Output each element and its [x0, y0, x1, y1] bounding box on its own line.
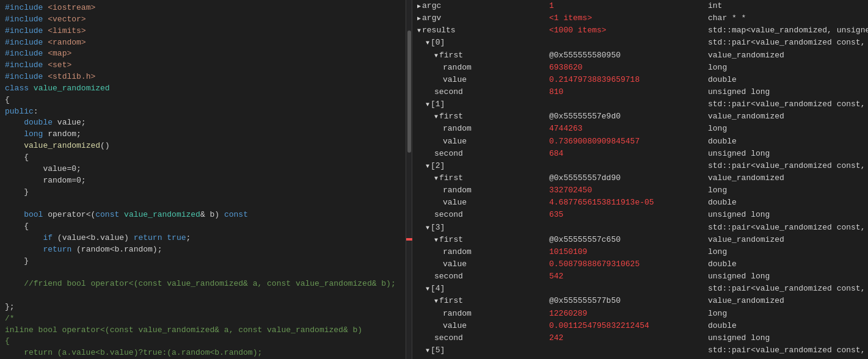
variable-row[interactable]: first@0x55555557c650value_randomized	[412, 234, 868, 246]
code-line: {	[0, 221, 406, 233]
var-value: 1	[549, 0, 708, 12]
var-name: first	[415, 357, 549, 359]
var-value: 542	[549, 270, 708, 283]
variable-row[interactable]: first@0x55555557e9d0value_randomized	[412, 111, 868, 123]
var-value: 0.0011254795832212454	[549, 320, 708, 332]
code-token: {	[5, 221, 29, 233]
variable-row[interactable]: value4.6877656153811913e-05double	[412, 197, 868, 209]
collapse-icon[interactable]	[426, 223, 429, 233]
code-line: public:	[0, 106, 406, 118]
collapse-icon[interactable]	[434, 236, 438, 245]
code-line: //friend bool operator<(const value_rand…	[0, 278, 406, 290]
code-token: random;	[43, 129, 81, 140]
code-token: value;	[53, 117, 86, 129]
var-value: @0x555555580950	[549, 49, 708, 62]
var-name: value	[415, 136, 549, 148]
variable-row[interactable]: [1]std::pair<value_randomized const, uns…	[412, 98, 868, 111]
variable-row[interactable]: first@0x555555577b50value_randomized	[412, 295, 868, 307]
var-type: unsigned long	[708, 332, 866, 344]
var-type: double	[708, 136, 866, 148]
code-editor: #include <iostream>#include <vector>#inc…	[0, 0, 406, 359]
variable-row[interactable]: argc1int	[412, 0, 868, 12]
code-token: #include	[5, 60, 43, 71]
var-type: long	[708, 246, 866, 258]
code-line: }	[0, 256, 406, 267]
var-name: [1]	[415, 98, 549, 111]
code-line: bool operator<(const value_randomized& b…	[0, 209, 406, 221]
variable-row[interactable]: random4744263long	[412, 123, 868, 135]
variable-row[interactable]: [3]std::pair<value_randomized const, uns…	[412, 222, 868, 234]
collapse-icon[interactable]	[426, 100, 429, 110]
var-type: double	[708, 258, 866, 270]
variable-row[interactable]: value0.21479738839659718double	[412, 74, 868, 86]
variable-row[interactable]: first@0x55555557dd90value_randomized	[412, 172, 868, 184]
var-name: second	[415, 86, 549, 98]
variable-row[interactable]: value0.0011254795832212454double	[412, 320, 868, 332]
code-token: long	[24, 129, 43, 140]
code-token: bool	[24, 209, 43, 221]
code-token: <limits>	[48, 26, 86, 37]
variable-row[interactable]: first@0x55555583050value_randomized	[412, 357, 868, 359]
var-type: std::pair<value_randomized const, unsign…	[708, 37, 868, 49]
var-type: double	[708, 320, 866, 332]
variable-row[interactable]: first@0x555555580950value_randomized	[412, 49, 868, 62]
variable-row[interactable]: second242unsigned long	[412, 332, 868, 344]
code-token	[5, 209, 24, 221]
collapse-icon[interactable]	[426, 346, 429, 356]
variable-row[interactable]: results<1000 items>std::map<value_random…	[412, 24, 868, 37]
code-token: value_randomized	[24, 140, 100, 152]
var-value: @0x55555557c650	[549, 234, 708, 246]
scrollbar-thumb[interactable]	[407, 31, 411, 153]
collapse-icon[interactable]	[417, 26, 421, 36]
collapse-icon[interactable]	[434, 174, 438, 184]
var-name: first	[415, 49, 549, 62]
variable-row[interactable]: [5]std::pair<value_randomized const, uns…	[412, 344, 868, 357]
variable-row[interactable]: [2]std::pair<value_randomized const, uns…	[412, 160, 868, 172]
var-type: value_randomized	[708, 111, 866, 123]
variable-row[interactable]: second810unsigned long	[412, 86, 868, 98]
code-token	[29, 83, 34, 95]
debug-variables-panel: argc1int argv<1 items>char * * results<1…	[412, 0, 868, 359]
collapse-icon[interactable]	[426, 38, 429, 48]
code-token: #include	[5, 37, 43, 49]
code-token: (value<b.value)	[53, 233, 134, 244]
collapse-icon[interactable]	[434, 51, 438, 61]
scrollbar-marker	[406, 238, 412, 241]
var-name: second	[415, 209, 549, 221]
code-token: <iostream>	[48, 2, 95, 14]
var-value: 4744263	[549, 123, 708, 135]
code-token	[5, 140, 24, 152]
var-name: first	[415, 295, 549, 307]
variable-row[interactable]: value0.73690080909845457double	[412, 136, 868, 148]
var-type: double	[708, 197, 866, 209]
code-token: <stdlib.h>	[48, 71, 95, 83]
collapse-icon[interactable]	[434, 297, 438, 306]
variable-row[interactable]: second542unsigned long	[412, 270, 868, 283]
variable-row[interactable]: random10150109long	[412, 246, 868, 258]
var-name: random	[415, 308, 549, 320]
code-token: double	[24, 117, 53, 129]
code-token: ;	[186, 233, 191, 244]
var-type: value_randomized	[708, 234, 866, 246]
code-token: return (a.value<b.value)?true:(a.random<…	[5, 347, 262, 359]
code-token: random=0;	[5, 175, 86, 187]
collapse-icon[interactable]	[426, 162, 429, 172]
scrollbar[interactable]	[406, 0, 412, 359]
variable-row[interactable]: random332702450long	[412, 184, 868, 197]
variable-row[interactable]: [4]std::pair<value_randomized const, uns…	[412, 283, 868, 295]
collapse-icon[interactable]	[434, 112, 438, 122]
variable-row[interactable]: random12260289long	[412, 308, 868, 320]
variable-row[interactable]: argv<1 items>char * *	[412, 12, 868, 24]
code-token: };	[5, 302, 15, 313]
expand-icon[interactable]	[417, 2, 421, 12]
variable-row[interactable]: [0]std::pair<value_randomized const, uns…	[412, 37, 868, 49]
variable-row[interactable]: second684unsigned long	[412, 148, 868, 160]
variable-row[interactable]: random6938620long	[412, 62, 868, 74]
expand-icon[interactable]	[417, 14, 421, 24]
variable-row[interactable]: value0.50879888679310625double	[412, 258, 868, 270]
var-name: [5]	[415, 344, 549, 357]
var-name: first	[415, 111, 549, 123]
code-token: <map>	[48, 48, 71, 60]
collapse-icon[interactable]	[426, 285, 429, 294]
variable-row[interactable]: second635unsigned long	[412, 209, 868, 221]
